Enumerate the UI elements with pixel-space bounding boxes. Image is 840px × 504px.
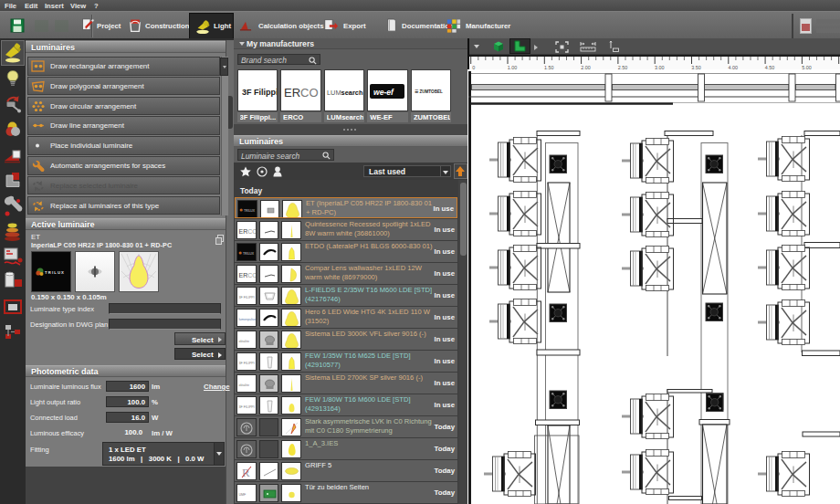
svg-text:LUMsearch: LUMsearch — [327, 89, 363, 97]
svg-text:ERCO: ERCO — [239, 272, 257, 278]
svg-text:oktalite: oktalite — [239, 340, 249, 343]
svg-text:3F FILIPPI: 3F FILIPPI — [239, 362, 255, 365]
svg-text:ERCO: ERCO — [239, 228, 257, 235]
svg-text:3F Filippi: 3F Filippi — [242, 88, 277, 97]
svg-text:ERCO: ERCO — [284, 86, 319, 100]
svg-text:lumenpulse: lumenpulse — [239, 318, 256, 321]
svg-text:3F FILIPPI: 3F FILIPPI — [239, 296, 255, 299]
svg-text:TRILUX: TRILUX — [243, 252, 255, 256]
svg-text:T R I L U X: T R I L U X — [45, 270, 64, 275]
svg-text:oktalite: oktalite — [239, 383, 249, 387]
svg-text:UMF: UMF — [239, 493, 247, 497]
svg-text:☰ ZUMTOBEL: ☰ ZUMTOBEL — [415, 89, 443, 94]
svg-text:3F FILIPPI: 3F FILIPPI — [239, 405, 255, 409]
svg-text:we-ef: we-ef — [373, 88, 394, 97]
svg-text:TRILUX: TRILUX — [244, 209, 256, 213]
